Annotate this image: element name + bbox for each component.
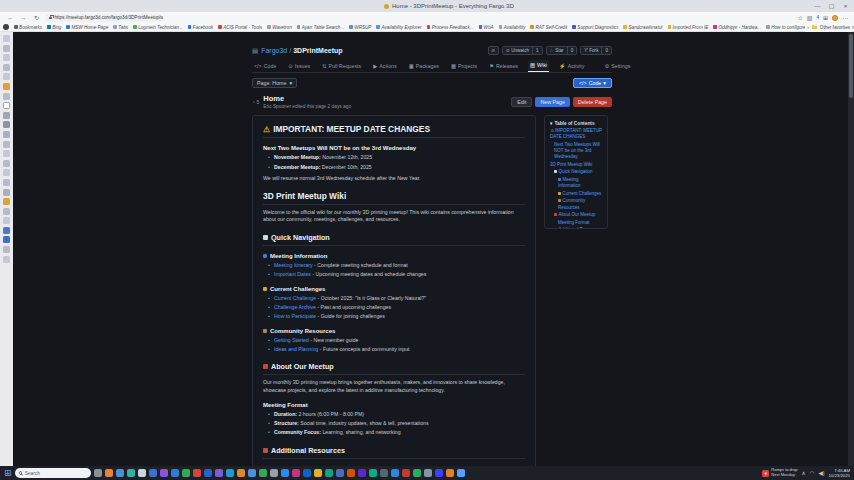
collections-icon[interactable]: ▥ — [807, 14, 813, 21]
tab-projects[interactable]: ▦Projects — [449, 61, 479, 72]
rss-button[interactable]: ≋ — [488, 46, 499, 55]
taskbar-app-icon[interactable] — [314, 469, 322, 477]
vertical-tab-favicon[interactable] — [3, 45, 10, 52]
page-selector-dropdown[interactable]: Page: Home▾ — [252, 78, 297, 88]
taskbar-app-icon[interactable] — [226, 469, 234, 477]
challenge-archive-link[interactable]: Challenge Archive — [274, 304, 316, 310]
vertical-tab-favicon[interactable] — [3, 160, 10, 167]
important-dates-link[interactable]: Important Dates — [274, 271, 311, 277]
vertical-tab-favicon-active[interactable] — [3, 102, 10, 109]
vertical-tab-favicon[interactable] — [3, 35, 10, 42]
watch-count[interactable]: 1 — [532, 47, 542, 54]
taskbar-app-icon[interactable] — [369, 469, 377, 477]
toc-item-important[interactable]: ⚠IMPORTANT: MEETUP DATE CHANGES — [550, 128, 602, 140]
toc-item-about-our-meetup[interactable]: About Our Meetup — [550, 212, 602, 218]
taskbar-app-icon[interactable] — [149, 469, 157, 477]
taskbar-app-icon[interactable] — [127, 469, 135, 477]
fork-button[interactable]: ϒFork 0 — [580, 46, 612, 55]
tab-settings[interactable]: ⚙Settings — [602, 61, 632, 72]
volume-icon[interactable]: ◀) — [818, 470, 824, 476]
tab-code[interactable]: </>Code — [252, 61, 278, 72]
bookmark-item[interactable]: WRSUP — [349, 25, 371, 30]
taskbar-app-icon[interactable] — [402, 469, 410, 477]
toc-item-wiki-title[interactable]: 3D Print Meetup Wiki — [550, 162, 602, 168]
tab-packages[interactable]: ▣Packages — [407, 61, 441, 72]
taskbar-app-icon[interactable] — [292, 469, 300, 477]
favorite-star-icon[interactable]: ☆ — [797, 14, 802, 21]
profile-avatar[interactable] — [832, 15, 838, 21]
more-menu-icon[interactable]: ⋯ — [842, 14, 848, 21]
close-icon[interactable]: × — [839, 0, 852, 12]
other-favorites-label[interactable]: Other favorites — [820, 25, 850, 30]
taskbar-app-icon[interactable] — [424, 469, 432, 477]
taskbar-app-icon[interactable] — [413, 469, 421, 477]
taskbar-app-icon[interactable] — [325, 469, 333, 477]
bookmark-item[interactable]: Tabs — [113, 25, 128, 30]
vertical-tab-favicon[interactable] — [3, 198, 10, 205]
taskbar-app-icon[interactable] — [182, 469, 190, 477]
taskbar-app-icon[interactable] — [435, 469, 443, 477]
toc-item-quick-navigation[interactable]: Quick Navigation — [550, 169, 602, 175]
taskbar-app-icon[interactable] — [281, 469, 289, 477]
bookmark-item[interactable]: Facebook — [188, 25, 213, 30]
toc-item-next-two-meetups[interactable]: Next Two Meetups Will NOT be on the 3rd … — [550, 142, 602, 160]
taskbar-app-icon[interactable] — [138, 469, 146, 477]
back-icon[interactable]: ← — [6, 15, 15, 21]
bookmark-item[interactable]: Support Diagnostics — [572, 25, 618, 30]
vertical-tab-favicon[interactable] — [3, 236, 10, 243]
taskbar-app-icon[interactable] — [171, 469, 179, 477]
bookmark-item[interactable]: Sandcrawlsnatut — [623, 25, 662, 30]
repo-owner-link[interactable]: Fargo3d — [261, 47, 287, 54]
taskbar-app-icon[interactable] — [336, 469, 344, 477]
bookmark-item[interactable]: Availability — [499, 25, 526, 30]
tab-actions[interactable]: ▶Actions — [371, 61, 398, 72]
vertical-tab-favicon[interactable] — [3, 141, 10, 148]
taskbar-app-icon[interactable] — [193, 469, 201, 477]
bookmark-item[interactable]: Logmein Technician... — [133, 25, 183, 30]
revisions-badge[interactable]: ◔5 — [252, 99, 259, 105]
vertical-tab-favicon[interactable] — [3, 150, 10, 157]
bookmark-item[interactable]: Wavetron — [267, 25, 292, 30]
toc-item-meeting-information[interactable]: Meeting Information — [550, 177, 602, 189]
tab-wiki[interactable]: ▤Wiki — [528, 60, 549, 72]
scrollbar-thumb[interactable] — [849, 34, 853, 98]
ideas-and-planning-link[interactable]: Ideas and Planning — [274, 346, 318, 352]
vertical-tab-favicon[interactable] — [3, 112, 10, 119]
bookmark-item[interactable]: Process Feedback... — [427, 25, 474, 30]
bookmark-item[interactable]: WoA — [479, 25, 494, 30]
bookmark-item[interactable]: Bing — [47, 25, 61, 30]
new-page-button[interactable]: New Page — [535, 97, 569, 107]
taskbar-app-icon[interactable] — [248, 469, 256, 477]
scrollbar[interactable] — [848, 32, 854, 466]
taskbar-app-icon[interactable] — [347, 469, 355, 477]
taskbar-app-icon[interactable] — [358, 469, 366, 477]
bookmark-item[interactable]: Bookmarks — [14, 25, 42, 30]
toc-item-community-resources[interactable]: Community Resources — [550, 198, 602, 210]
vertical-tab-favicon[interactable] — [3, 246, 10, 253]
vertical-tab-favicon[interactable] — [3, 256, 10, 263]
minimize-icon[interactable]: — — [811, 0, 824, 12]
toc-item-meeting-format[interactable]: Meeting Format — [550, 220, 602, 226]
tab-pull-requests[interactable]: ⇅Pull Requests — [320, 61, 363, 72]
taskbar-clock[interactable]: 7:46 AM 10/23/2025 — [828, 468, 850, 479]
star-button[interactable]: ☆Star 0 — [546, 46, 578, 55]
address-bar[interactable]: https://meetup.fargo3d.com/fargo3d/3DPri… — [45, 14, 163, 22]
taskbar-app-icon[interactable] — [391, 469, 399, 477]
taskbar-app-icon[interactable] — [237, 469, 245, 477]
vertical-tab-favicon[interactable] — [3, 121, 10, 128]
bookmark-item[interactable]: RAT Self-Credit — [530, 25, 567, 30]
active-tab[interactable]: Home - 3DPrintMeetup - Everything Fargo … — [384, 0, 514, 12]
taskbar-app-icon[interactable] — [116, 469, 124, 477]
vertical-tab-favicon[interactable] — [3, 73, 10, 80]
taskbar-app-icon[interactable] — [446, 469, 454, 477]
maximize-icon[interactable]: ▢ — [825, 0, 838, 12]
code-button[interactable]: </>Code▾ — [573, 78, 612, 88]
vertical-tab-favicon[interactable] — [3, 93, 10, 100]
tab-issues[interactable]: ⊙Issues — [286, 61, 312, 72]
tray-expand-icon[interactable]: ∧ — [802, 470, 806, 476]
current-challenge-link[interactable]: Current Challenge — [274, 295, 316, 301]
taskbar-app-icon[interactable] — [259, 469, 267, 477]
bookmark-item[interactable]: MSW Home Page — [66, 25, 108, 30]
bookmark-item[interactable]: ACIS Portal - Tools — [218, 25, 262, 30]
vertical-tab-favicon[interactable] — [3, 131, 10, 138]
